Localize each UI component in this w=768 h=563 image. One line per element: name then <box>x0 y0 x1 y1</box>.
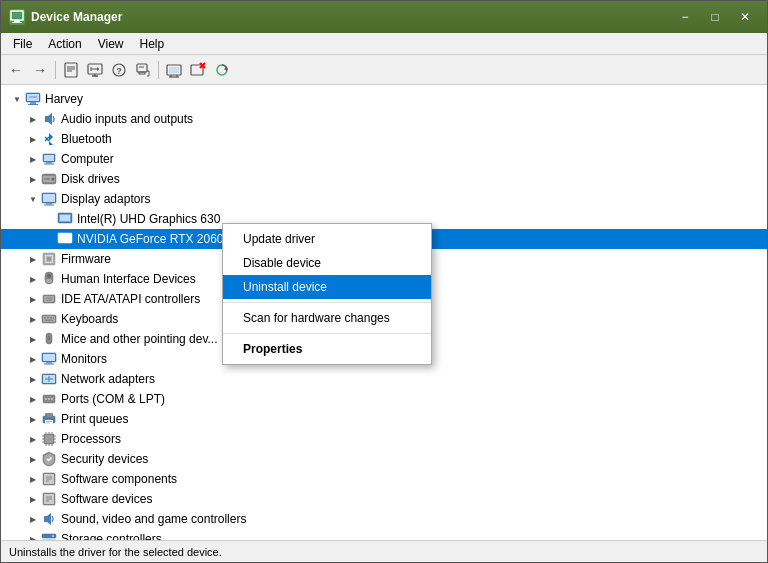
expand-software-dev[interactable]: ▶ <box>25 491 41 507</box>
keyboard-icon <box>41 311 57 327</box>
tree-item-software-comp-label: Software components <box>61 472 177 486</box>
expand-mice[interactable]: ▶ <box>25 331 41 347</box>
tree-item-audio[interactable]: ▶ Audio inputs and outputs <box>1 109 767 129</box>
toolbar-back[interactable]: ← <box>5 59 27 81</box>
svg-rect-69 <box>47 317 49 319</box>
expand-keyboards[interactable]: ▶ <box>25 311 41 327</box>
tree-item-security[interactable]: ▶ Security devices <box>1 449 767 469</box>
menu-file[interactable]: File <box>5 35 40 53</box>
tree-item-security-label: Security devices <box>61 452 148 466</box>
svg-marker-29 <box>224 67 227 71</box>
svg-rect-77 <box>46 362 52 364</box>
expand-audio[interactable]: ▶ <box>25 111 41 127</box>
ide-icon <box>41 291 57 307</box>
expand-bluetooth[interactable]: ▶ <box>25 131 41 147</box>
svg-rect-31 <box>30 102 36 104</box>
tree-item-computer-label: Computer <box>61 152 114 166</box>
svg-point-43 <box>52 178 55 181</box>
ctx-update-driver[interactable]: Update driver <box>223 227 431 251</box>
tree-item-network[interactable]: ▶ Network adapters <box>1 369 767 389</box>
maximize-button[interactable]: □ <box>701 7 729 27</box>
toolbar-help[interactable]: ? <box>108 59 130 81</box>
monitor-icon <box>41 351 57 367</box>
expand-computer[interactable]: ▶ <box>25 151 41 167</box>
svg-rect-24 <box>169 67 179 73</box>
computer-node-icon <box>41 151 57 167</box>
tree-item-display-label: Display adaptors <box>61 192 150 206</box>
close-button[interactable]: ✕ <box>731 7 759 27</box>
menu-action[interactable]: Action <box>40 35 89 53</box>
expand-monitors[interactable]: ▶ <box>25 351 41 367</box>
tree-item-software-comp[interactable]: ▶ Software components <box>1 469 767 489</box>
toolbar-scan[interactable] <box>132 59 154 81</box>
ctx-properties[interactable]: Properties <box>223 337 431 361</box>
svg-rect-38 <box>44 155 54 161</box>
expand-display[interactable]: ▼ <box>25 191 41 207</box>
hid-icon <box>41 271 57 287</box>
ctx-uninstall-device[interactable]: Uninstall device <box>223 275 431 299</box>
status-bar: Uninstalls the driver for the selected d… <box>1 540 767 562</box>
toolbar-refresh[interactable] <box>211 59 233 81</box>
expand-firmware[interactable]: ▶ <box>25 251 41 267</box>
expand-network[interactable]: ▶ <box>25 371 41 387</box>
tree-item-software-dev[interactable]: ▶ Software devices <box>1 489 767 509</box>
svg-rect-46 <box>43 194 55 202</box>
svg-rect-94 <box>47 437 52 442</box>
expand-ports[interactable]: ▶ <box>25 391 41 407</box>
toolbar-sep1 <box>55 61 56 79</box>
software-comp-icon <box>41 471 57 487</box>
tree-item-display[interactable]: ▼ Display adaptors <box>1 189 767 209</box>
tree-item-ports[interactable]: ▶ Ports (COM & LPT) <box>1 389 767 409</box>
window-controls: − □ ✕ <box>671 7 759 27</box>
svg-rect-51 <box>60 215 70 221</box>
expand-sound[interactable]: ▶ <box>25 511 41 527</box>
expand-storage[interactable]: ▶ <box>25 531 41 540</box>
network-icon <box>41 371 57 387</box>
display-icon <box>41 191 57 207</box>
ctx-sep1 <box>223 302 431 303</box>
expand-root[interactable]: ▼ <box>9 91 25 107</box>
svg-rect-39 <box>46 162 52 164</box>
disk-icon <box>41 171 57 187</box>
toolbar-uninstall[interactable] <box>187 59 209 81</box>
tree-item-sound-label: Sound, video and game controllers <box>61 512 246 526</box>
toolbar-forward[interactable]: → <box>29 59 51 81</box>
expand-hid[interactable]: ▶ <box>25 271 41 287</box>
menu-help[interactable]: Help <box>132 35 173 53</box>
tree-root-label: Harvey <box>45 92 83 106</box>
menu-view[interactable]: View <box>90 35 132 53</box>
tree-root[interactable]: ▼ Harvey <box>1 89 767 109</box>
expand-ide[interactable]: ▶ <box>25 291 41 307</box>
firmware-icon <box>41 251 57 267</box>
toolbar-update[interactable] <box>84 59 106 81</box>
expand-processors[interactable]: ▶ <box>25 431 41 447</box>
main-content: ▼ Harvey ▶ <box>1 85 767 540</box>
expand-print[interactable]: ▶ <box>25 411 41 427</box>
tree-item-intel-label: Intel(R) UHD Graphics 630 <box>77 212 220 226</box>
toolbar-show-hidden[interactable] <box>163 59 185 81</box>
svg-rect-88 <box>45 413 53 417</box>
svg-point-86 <box>51 398 53 400</box>
expand-disk[interactable]: ▶ <box>25 171 41 187</box>
tree-item-computer[interactable]: ▶ Computer <box>1 149 767 169</box>
ctx-scan-hardware[interactable]: Scan for hardware changes <box>223 306 431 330</box>
expand-security[interactable]: ▶ <box>25 451 41 467</box>
tree-item-software-dev-label: Software devices <box>61 492 152 506</box>
tree-item-bluetooth[interactable]: ▶ Bluetooth <box>1 129 767 149</box>
toolbar-properties[interactable] <box>60 59 82 81</box>
storage-icon <box>41 531 57 540</box>
ctx-disable-device[interactable]: Disable device <box>223 251 431 275</box>
tree-item-sound[interactable]: ▶ Sound, video and game controllers <box>1 509 767 529</box>
svg-rect-17 <box>137 64 147 72</box>
expand-software-comp[interactable]: ▶ <box>25 471 41 487</box>
tree-item-processors[interactable]: ▶ <box>1 429 767 449</box>
bluetooth-icon <box>41 131 57 147</box>
tree-item-audio-label: Audio inputs and outputs <box>61 112 193 126</box>
tree-item-print[interactable]: ▶ Print queues <box>1 409 767 429</box>
svg-rect-76 <box>43 354 55 361</box>
svg-rect-72 <box>45 320 53 322</box>
minimize-button[interactable]: − <box>671 7 699 27</box>
tree-item-disk[interactable]: ▶ Disk drives <box>1 169 767 189</box>
tree-item-storage[interactable]: ▶ Storage controllers <box>1 529 767 540</box>
svg-point-84 <box>45 398 47 400</box>
